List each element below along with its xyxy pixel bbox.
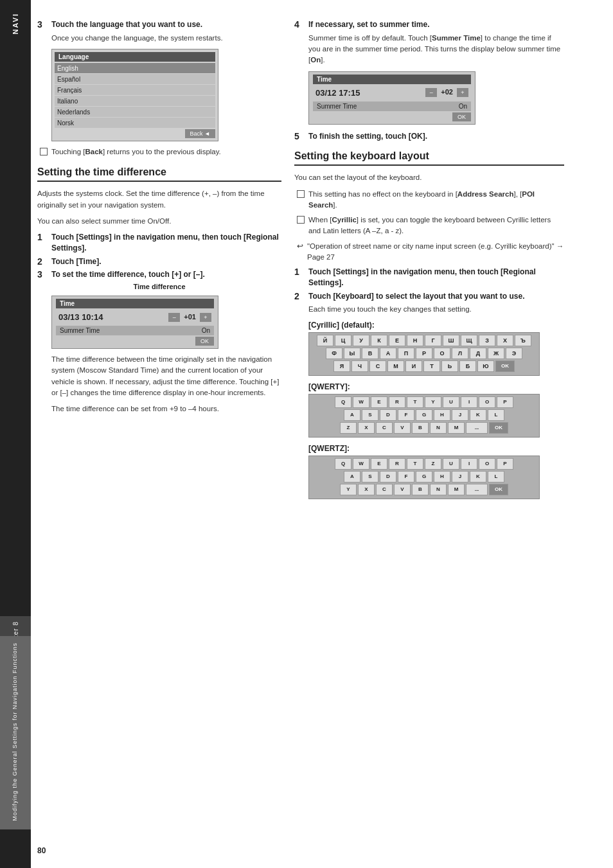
key-qz-u[interactable]: U: [443, 458, 459, 470]
key-qz-o[interactable]: O: [479, 458, 495, 470]
key-l[interactable]: L: [488, 409, 504, 421]
key-р[interactable]: Р: [416, 348, 432, 359]
key-h[interactable]: H: [434, 409, 450, 421]
key-qwertz-ok[interactable]: OK: [489, 484, 508, 495]
key-qz-m[interactable]: M: [448, 484, 465, 495]
key-i[interactable]: I: [461, 396, 477, 408]
key-qwerty-misc[interactable]: ...: [466, 422, 488, 434]
key-о[interactable]: О: [434, 348, 450, 359]
key-j[interactable]: J: [452, 409, 468, 421]
key-х[interactable]: Х: [497, 335, 513, 346]
key-ц[interactable]: Ц: [335, 335, 351, 346]
key-ъ[interactable]: Ъ: [515, 335, 531, 346]
key-qz-q[interactable]: Q: [335, 458, 351, 470]
key-qz-k[interactable]: K: [470, 471, 486, 483]
key-w[interactable]: W: [353, 396, 369, 408]
key-щ[interactable]: Щ: [461, 335, 477, 346]
key-s[interactable]: S: [362, 409, 378, 421]
key-q[interactable]: Q: [335, 396, 351, 408]
key-я[interactable]: Я: [333, 360, 350, 372]
key-т[interactable]: Т: [423, 360, 440, 372]
lang-norsk[interactable]: Norsk: [55, 118, 215, 128]
key-qz-a[interactable]: A: [344, 471, 360, 483]
key-qz-b[interactable]: B: [412, 484, 429, 495]
key-o[interactable]: O: [479, 396, 495, 408]
key-ш[interactable]: Ш: [443, 335, 459, 346]
key-п[interactable]: П: [398, 348, 414, 359]
key-z[interactable]: Z: [340, 422, 357, 434]
key-r[interactable]: R: [389, 396, 405, 408]
key-qz-y[interactable]: Y: [340, 484, 357, 495]
key-qz-t[interactable]: T: [407, 458, 423, 470]
key-а[interactable]: А: [380, 348, 396, 359]
key-u[interactable]: U: [443, 396, 459, 408]
key-ч[interactable]: Ч: [351, 360, 368, 372]
time-ok-btn[interactable]: OK: [195, 337, 214, 346]
key-qz-w[interactable]: W: [353, 458, 369, 470]
key-qz-h[interactable]: H: [434, 471, 450, 483]
lang-italiano[interactable]: Italiano: [55, 96, 215, 106]
key-qz-c[interactable]: C: [376, 484, 393, 495]
lang-nederlands[interactable]: Nederlands: [55, 107, 215, 117]
key-г[interactable]: Г: [425, 335, 441, 346]
key-qz-f[interactable]: F: [398, 471, 414, 483]
key-qz-v[interactable]: V: [394, 484, 411, 495]
key-qz-d[interactable]: D: [380, 471, 396, 483]
key-e[interactable]: E: [371, 396, 387, 408]
key-t[interactable]: T: [407, 396, 423, 408]
key-qwertz-misc[interactable]: ...: [466, 484, 488, 495]
key-n[interactable]: N: [430, 422, 447, 434]
summer-ok-btn[interactable]: OK: [452, 112, 471, 121]
back-button[interactable]: Back ◄: [185, 129, 215, 138]
key-д[interactable]: Д: [470, 348, 486, 359]
key-qz-g[interactable]: G: [416, 471, 432, 483]
key-и[interactable]: И: [405, 360, 422, 372]
key-k[interactable]: K: [470, 409, 486, 421]
key-м[interactable]: М: [387, 360, 404, 372]
summer-plus-btn[interactable]: +: [457, 88, 468, 97]
key-f[interactable]: F: [398, 409, 414, 421]
key-с[interactable]: С: [369, 360, 386, 372]
key-qz-p[interactable]: P: [497, 458, 513, 470]
key-qz-i[interactable]: I: [461, 458, 477, 470]
key-в[interactable]: В: [362, 348, 378, 359]
key-x[interactable]: X: [358, 422, 375, 434]
key-ф[interactable]: Ф: [326, 348, 342, 359]
key-з[interactable]: З: [479, 335, 495, 346]
key-qz-l[interactable]: L: [488, 471, 504, 483]
key-qz-r[interactable]: R: [389, 458, 405, 470]
key-qz-z[interactable]: Z: [425, 458, 441, 470]
key-qz-j[interactable]: J: [452, 471, 468, 483]
key-ы[interactable]: Ы: [344, 348, 360, 359]
key-ж[interactable]: Ж: [488, 348, 504, 359]
key-е[interactable]: Е: [389, 335, 405, 346]
time-plus-btn[interactable]: +: [200, 313, 211, 322]
key-g[interactable]: G: [416, 409, 432, 421]
key-a[interactable]: A: [344, 409, 360, 421]
key-э[interactable]: Э: [506, 348, 522, 359]
lang-francais[interactable]: Français: [55, 85, 215, 95]
key-qz-n[interactable]: N: [430, 484, 447, 495]
key-у[interactable]: У: [353, 335, 369, 346]
key-qz-e[interactable]: E: [371, 458, 387, 470]
key-p[interactable]: P: [497, 396, 513, 408]
key-qwerty-ok[interactable]: OK: [489, 422, 508, 434]
key-cyrillic-ok[interactable]: OK: [495, 360, 515, 372]
key-н[interactable]: Н: [407, 335, 423, 346]
key-л[interactable]: Л: [452, 348, 468, 359]
summer-minus-btn[interactable]: –: [425, 88, 437, 97]
key-к[interactable]: К: [371, 335, 387, 346]
time-minus-btn[interactable]: –: [168, 313, 180, 322]
lang-espanol[interactable]: Español: [55, 74, 215, 84]
key-qz-s[interactable]: S: [362, 471, 378, 483]
key-qz-x[interactable]: X: [358, 484, 375, 495]
key-й[interactable]: Й: [317, 335, 333, 346]
key-ю[interactable]: Ю: [477, 360, 494, 372]
key-c[interactable]: C: [376, 422, 393, 434]
key-y[interactable]: Y: [425, 396, 441, 408]
key-б[interactable]: Б: [459, 360, 476, 372]
key-ь[interactable]: Ь: [441, 360, 458, 372]
key-b[interactable]: B: [412, 422, 429, 434]
lang-english[interactable]: English: [55, 63, 215, 73]
key-m[interactable]: M: [448, 422, 465, 434]
